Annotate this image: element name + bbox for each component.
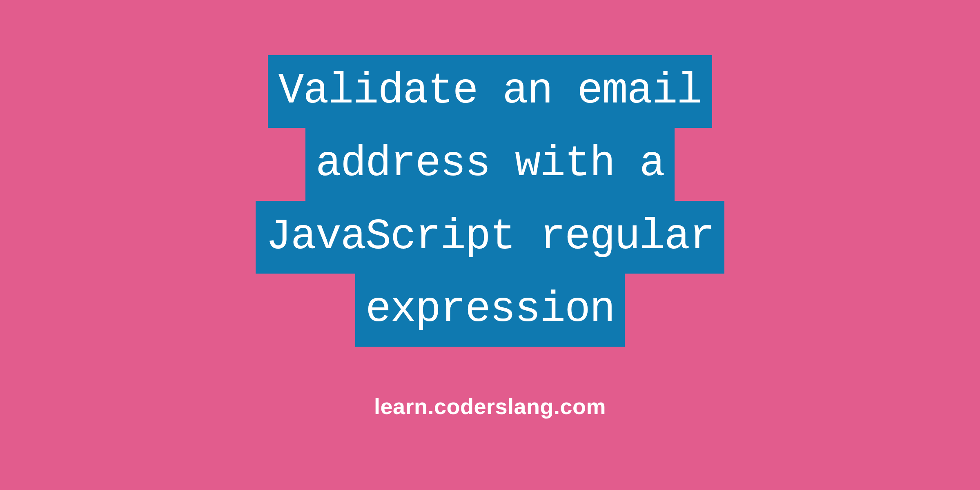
title-block: Validate an email address with a JavaScr… — [256, 55, 724, 347]
title-line-4: expression — [355, 274, 625, 347]
title-line-1: Validate an email — [268, 55, 712, 128]
footer-url: learn.coderslang.com — [374, 394, 606, 419]
title-line-2: address with a — [305, 128, 675, 201]
title-line-3: JavaScript regular — [256, 201, 724, 274]
